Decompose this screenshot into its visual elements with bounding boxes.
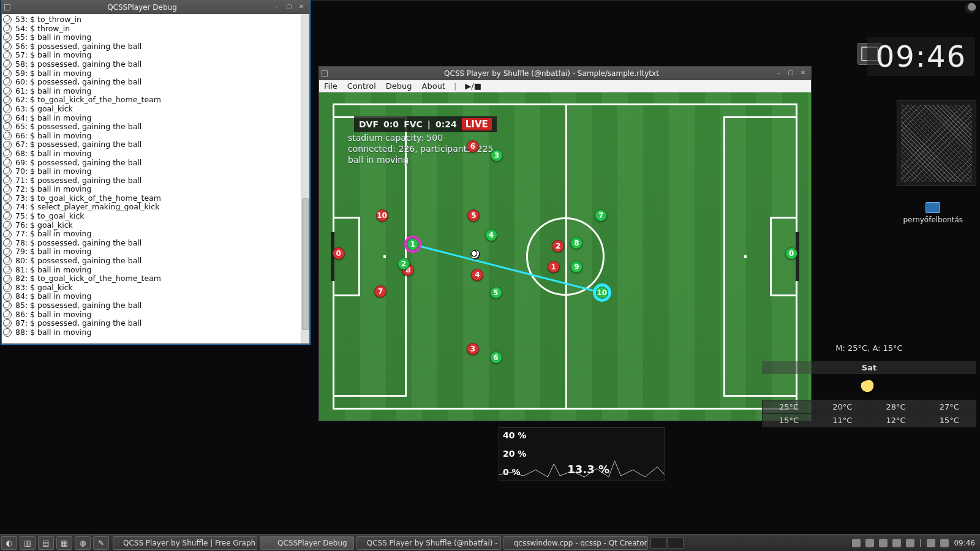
maximize-button[interactable]: ▢ [284, 3, 295, 12]
workspace-pager[interactable] [650, 538, 684, 549]
menu-file[interactable]: File [319, 81, 342, 91]
debug-row[interactable]: 60: $ possessed, gaining the ball [3, 78, 308, 87]
debug-row[interactable]: 70: $ ball in moving [3, 167, 308, 176]
debug-row[interactable]: 87: $ possessed, gaining the ball [3, 319, 308, 328]
taskbar-task[interactable]: qcsswindow.cpp - qcssp - Qt Creator [503, 536, 648, 550]
taskbar-task[interactable]: QCSS Player by Shuffle | Free Graph [113, 536, 257, 550]
player-red-0[interactable]: 0 [333, 247, 345, 260]
maximize-button[interactable]: ▢ [785, 69, 796, 78]
launcher-icon[interactable]: ◍ [75, 536, 91, 550]
player-red-6[interactable]: 6 [467, 140, 479, 152]
taskbar-task[interactable]: QCSSPlayer Debug [260, 536, 354, 550]
player-titlebar[interactable]: QCSS Player by Shuffle (@nbatfai) - Samp… [319, 67, 811, 80]
debug-row[interactable]: 84: $ ball in moving [3, 292, 308, 301]
debug-row[interactable]: 65: $ possessed, gaining the ball [3, 122, 308, 132]
debug-row[interactable]: 83: $ goal_kick [3, 283, 308, 293]
tray-icon[interactable] [865, 539, 874, 547]
debug-row[interactable]: 53: $ to_throw_in [3, 15, 308, 24]
player-red-10[interactable]: 10 [376, 209, 388, 222]
debug-row[interactable]: 76: $ goal_kick [3, 221, 308, 230]
menu-about[interactable]: About [417, 81, 450, 91]
debug-row[interactable]: 88: $ ball in moving [3, 328, 308, 337]
window-icon [4, 4, 10, 10]
debug-row[interactable]: 54: $ throw_in [3, 24, 308, 34]
debug-row[interactable]: 62: $ to_goal_kick_of_the_home_team [3, 96, 308, 105]
debug-row[interactable]: 82: $ to_goal_kick_of_the_home_team [3, 274, 308, 283]
task-label: QCSS Player by Shuffle (@nbatfai) - [367, 539, 498, 547]
debug-row[interactable]: 63: $ goal_kick [3, 105, 308, 114]
minimize-button[interactable]: – [271, 3, 282, 12]
debug-row[interactable]: 64: $ ball in moving [3, 114, 308, 123]
debug-row[interactable]: 71: $ possessed, gaining the ball [3, 176, 308, 186]
player-red-3[interactable]: 3 [467, 343, 479, 355]
player-red-2[interactable]: 2 [552, 240, 564, 252]
debug-row[interactable]: 59: $ ball in moving [3, 69, 308, 78]
launcher-icon[interactable]: ▦ [56, 536, 72, 550]
tray-icon[interactable] [852, 539, 861, 547]
play-stop-button[interactable]: ▶/■ [460, 81, 486, 91]
ball-icon [3, 310, 12, 319]
volume-icon[interactable] [940, 539, 949, 547]
team-b: FVC [404, 119, 423, 129]
debug-entry-text: 78: $ possessed, gaining the ball [15, 239, 141, 248]
debug-row[interactable]: 69: $ possessed, gaining the ball [3, 159, 308, 168]
debug-row[interactable]: 85: $ possessed, gaining the ball [3, 301, 308, 310]
debug-row[interactable]: 79: $ ball in moving [3, 247, 308, 257]
player-red-7[interactable]: 7 [374, 285, 386, 298]
launcher-icon[interactable]: ▤ [38, 536, 54, 550]
desktop-shortcut[interactable]: pernyőfelbontás [903, 202, 963, 224]
debug-row[interactable]: 75: $ to_goal_kick [3, 212, 308, 221]
launcher-icon[interactable]: ✎ [93, 536, 109, 550]
player-green-7[interactable]: 7 [595, 209, 607, 222]
tray-icon[interactable] [892, 539, 901, 547]
player-red-1[interactable]: 1 [548, 261, 560, 273]
ball[interactable] [470, 250, 480, 260]
player-green-1[interactable]: 1 [407, 238, 419, 250]
debug-row[interactable]: 72: $ ball in moving [3, 185, 308, 194]
debug-row[interactable]: 81: $ ball in moving [3, 266, 308, 275]
debug-list[interactable]: 53: $ to_throw_in54: $ throw_in55: $ bal… [2, 14, 309, 338]
taskbar-clock[interactable]: 09:46 [954, 539, 975, 547]
player-red-4[interactable]: 4 [471, 269, 483, 281]
system-tray: | 09:46 [852, 539, 980, 547]
debug-scrollbar[interactable] [301, 14, 309, 343]
network-icon[interactable] [927, 539, 935, 547]
debug-row[interactable]: 73: $ to_goal_kick_of_the_home_team [3, 194, 308, 203]
taskbar-task[interactable]: QCSS Player by Shuffle (@nbatfai) - [356, 536, 501, 550]
menu-control[interactable]: Control [342, 81, 381, 91]
player-green-8[interactable]: 8 [570, 237, 582, 249]
debug-row[interactable]: 67: $ possessed, gaining the ball [3, 140, 308, 149]
debug-row[interactable]: 80: $ possessed, gaining the ball [3, 257, 308, 266]
menu-debug[interactable]: Debug [381, 81, 417, 91]
tray-icon[interactable] [906, 539, 914, 547]
debug-row[interactable]: 55: $ ball in moving [3, 33, 308, 42]
player-red-5[interactable]: 5 [467, 209, 480, 222]
start-button[interactable]: ◐ [1, 536, 17, 550]
debug-row[interactable]: 66: $ ball in moving [3, 132, 308, 141]
player-green-10[interactable]: 10 [596, 287, 608, 299]
debug-row[interactable]: 78: $ possessed, gaining the ball [3, 239, 308, 248]
debug-row[interactable]: 58: $ possessed, gaining the ball [3, 60, 308, 69]
minimize-button[interactable]: – [773, 69, 784, 78]
debug-row[interactable]: 61: $ ball in moving [3, 87, 308, 96]
debug-row[interactable]: 77: $ ball in moving [3, 230, 308, 239]
pitch[interactable]: DVF 0:0 FVC | 0:24 LIVE stadium capacity… [333, 103, 797, 410]
debug-entry-text: 67: $ possessed, gaining the ball [15, 140, 141, 149]
debug-entry-text: 77: $ ball in moving [15, 230, 91, 239]
launcher-icon[interactable]: ▥ [20, 536, 36, 550]
debug-row[interactable]: 86: $ ball in moving [3, 310, 308, 320]
scrollbar-thumb[interactable] [302, 198, 309, 330]
player-green-5[interactable]: 5 [490, 287, 502, 299]
debug-row[interactable]: 68: $ ball in moving [3, 149, 308, 159]
debug-row[interactable]: 74: $ select_player_making_goal_kick [3, 203, 308, 212]
debug-row[interactable]: 57: $ ball in moving [3, 51, 308, 60]
weather-forecast-table: 25°C20°C28°C27°C 15°C11°C12°C15°C [762, 400, 976, 427]
close-button[interactable]: ✕ [296, 3, 307, 12]
debug-row[interactable]: 56: $ possessed, gaining the ball [3, 42, 308, 51]
debug-titlebar[interactable]: QCSSPlayer Debug – ▢ ✕ [2, 1, 309, 14]
player-green-3[interactable]: 3 [491, 149, 503, 162]
close-button[interactable]: ✕ [797, 69, 809, 78]
player-green-4[interactable]: 4 [485, 229, 497, 241]
tray-icon[interactable] [879, 539, 888, 547]
player-green-6[interactable]: 6 [490, 351, 502, 364]
